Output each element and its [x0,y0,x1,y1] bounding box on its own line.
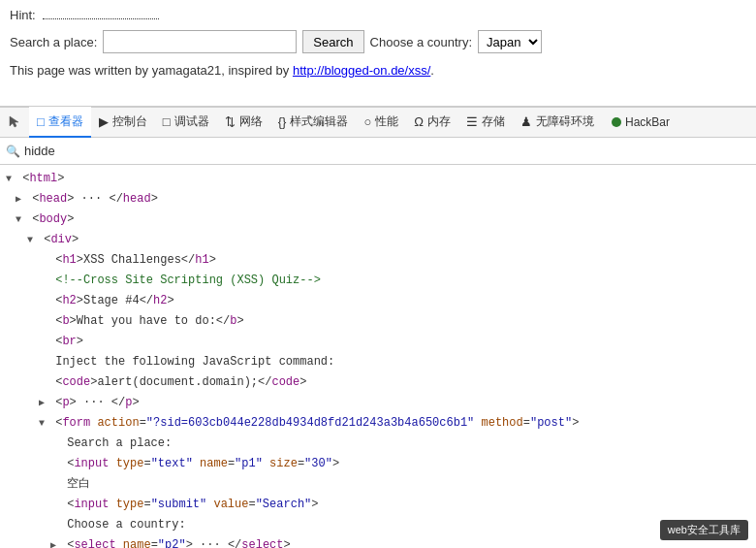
country-label: Choose a country: [370,35,473,49]
expand-div[interactable] [27,232,37,249]
dom-line-empty-text[interactable]: 空白 [0,474,756,495]
page-area: Hint: Search a place: Search Choose a co… [0,0,756,107]
dom-line-html[interactable]: <html> [0,169,756,189]
no-expand-comment [39,273,48,290]
watermark: web安全工具库 [660,520,748,540]
dom-search-bar: 🔍 [0,138,756,165]
inspector-icon: □ [37,114,45,129]
search-button[interactable]: Search [302,30,363,53]
tab-accessibility[interactable]: ♟ 无障碍环境 [513,107,602,138]
tab-performance-label: 性能 [375,113,398,130]
dom-line-head[interactable]: <head> ··· </head> [0,189,756,210]
expand-head[interactable] [16,191,25,209]
watermark-text: web安全工具库 [668,524,740,535]
tab-memory-label: 内存 [427,113,451,130]
expand-body[interactable] [16,211,25,229]
written-by-text: This page was written by yamagata21, ins… [10,63,293,78]
tab-hackbar[interactable]: HackBar [604,112,677,133]
dom-line-p[interactable]: <p> ··· </p> [0,393,756,413]
search-place-label: Search a place: [10,35,97,49]
tab-storage-label: 存储 [482,113,505,130]
dom-tree: <html> <head> ··· </head> <body> <div> <… [0,165,756,548]
dom-line-h2[interactable]: <h2>Stage #4</h2> [0,291,756,311]
dom-line-input-submit[interactable]: <input type="submit" value="Search"> [0,495,756,515]
written-by: This page was written by yamagata21, ins… [10,63,746,78]
no-expand-input-text [50,456,60,473]
country-select[interactable]: Japan USA China Korea [478,30,542,53]
storage-icon: ☰ [466,114,478,129]
dom-line-country-text[interactable]: Choose a country: [0,515,756,535]
no-expand-search-text [50,435,60,453]
no-expand-empty [50,476,60,494]
dom-line-comment[interactable]: <!--Cross Site Scripting (XSS) Quiz--> [0,271,756,291]
accessibility-icon: ♟ [520,114,532,129]
tab-hackbar-label: HackBar [625,115,670,129]
dom-line-code[interactable]: <code>alert(document.domain);</code> [0,372,756,393]
tab-storage[interactable]: ☰ 存储 [458,107,513,138]
tab-style-editor[interactable]: {} 样式编辑器 [270,107,357,138]
dom-search-input[interactable] [24,144,170,158]
tab-inspector-label: 查看器 [48,113,83,130]
expand-html[interactable] [6,171,16,188]
no-expand-submit [50,497,60,514]
dom-line-div[interactable]: <div> [0,230,756,250]
dom-line-inject-text[interactable]: Inject the following JavaScript command: [0,352,756,372]
tab-performance[interactable]: ○ 性能 [356,107,406,138]
dom-line-body[interactable]: <body> [0,210,756,230]
no-expand-text [39,354,48,371]
tab-style-editor-label: 样式编辑器 [290,113,348,130]
devtools-toolbar: □ 查看器 ▶ 控制台 □ 调试器 ⇅ 网络 {} 样式编辑器 ○ 性能 Ω 内… [0,107,756,138]
no-expand-code [39,374,48,392]
tab-console[interactable]: ▶ 控制台 [91,107,155,138]
tab-inspector[interactable]: □ 查看器 [29,107,91,138]
dom-line-h1[interactable]: <h1>XSS Challenges</h1> [0,250,756,271]
written-by-link[interactable]: http://blogged-on.de/xss/ [293,63,430,78]
no-expand-b [39,313,48,331]
tab-accessibility-label: 无障碍环境 [536,113,594,130]
expand-p[interactable] [39,395,48,412]
tab-network[interactable]: ⇅ 网络 [217,107,270,138]
dom-line-input-text[interactable]: <input type="text" name="p1" size="30"> [0,454,756,474]
expand-form[interactable] [39,415,48,433]
hackbar-dot-icon [612,117,621,127]
no-expand-h1 [39,252,48,270]
no-expand-br [39,334,48,351]
hint-label: Hint: [10,8,36,22]
devtools-cursor-icon[interactable] [4,111,27,134]
written-by-end: . [430,63,434,78]
dom-line-br[interactable]: <br> [0,332,756,352]
dom-line-search-text[interactable]: Search a place: [0,434,756,454]
no-expand-h2 [39,293,48,310]
performance-icon: ○ [363,114,371,129]
expand-select[interactable] [50,537,60,548]
console-icon: ▶ [99,114,109,129]
tab-console-label: 控制台 [112,113,147,130]
dom-line-select[interactable]: <select name="p2"> ··· </select> [0,535,756,548]
no-expand-country [50,517,60,534]
tab-debugger[interactable]: □ 调试器 [155,107,217,138]
style-icon: {} [278,114,287,129]
search-row: Search a place: Search Choose a country:… [10,30,746,53]
dom-line-form[interactable]: <form action="?sid=603cb044e228db4934d8f… [0,413,756,434]
dom-line-b[interactable]: <b>What you have to do:</b> [0,311,756,332]
tab-memory[interactable]: Ω 内存 [406,107,458,138]
memory-icon: Ω [414,114,424,129]
network-icon: ⇅ [225,114,236,129]
hint-dots [43,18,159,19]
search-place-input[interactable] [103,30,297,53]
debugger-icon: □ [163,114,171,129]
tab-debugger-label: 调试器 [174,113,209,130]
hint-row: Hint: [10,8,746,22]
search-small-icon: 🔍 [6,145,20,158]
tab-network-label: 网络 [239,113,263,130]
